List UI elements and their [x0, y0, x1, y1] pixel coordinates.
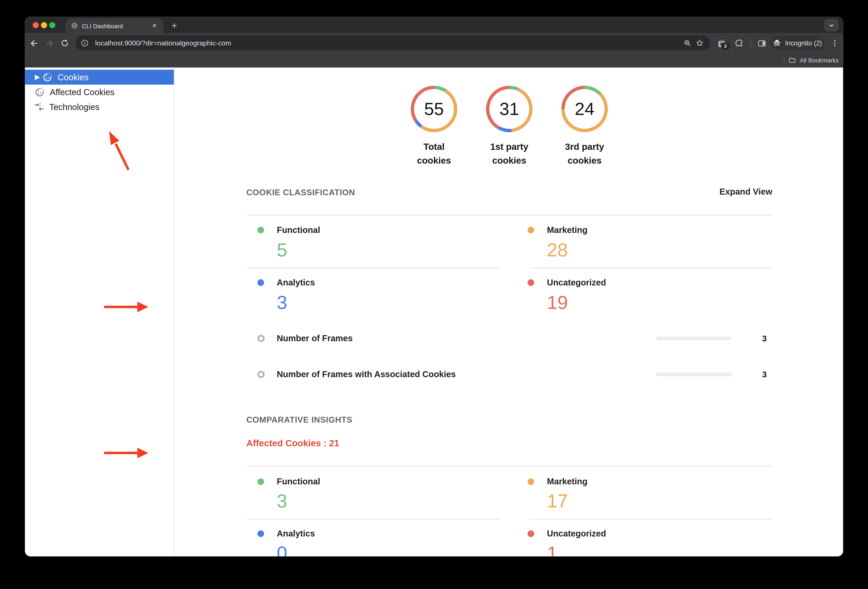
marketing-dot-icon: [527, 227, 534, 233]
metric-value: 3: [745, 370, 767, 379]
incognito-icon: [772, 38, 782, 47]
bookmark-star-icon[interactable]: [694, 37, 706, 49]
ring-icon: [257, 335, 264, 342]
metric-label: Number of Frames with Associated Cookies: [277, 370, 456, 379]
folder-icon: [788, 56, 796, 64]
back-arrow-icon: [29, 38, 38, 48]
address-bar[interactable]: localhost:9000/?dir=nationalgeographic-c…: [75, 35, 710, 50]
category-label: Analytics: [277, 278, 315, 288]
browser-tab[interactable]: CLI Dashboard ✕: [65, 18, 163, 33]
donut-caption: Totalcookies: [393, 140, 475, 168]
sidebar-item-label: Cookies: [58, 72, 89, 82]
category-value: 28: [547, 239, 568, 261]
donut-value: 31: [486, 86, 533, 132]
expand-triangle-icon[interactable]: [35, 75, 40, 80]
extension-badge: 2: [721, 43, 730, 50]
tab-list-chevron-button[interactable]: [824, 19, 839, 31]
browser-window: CLI Dashboard ✕ + localhos: [25, 16, 843, 556]
site-info-icon[interactable]: [78, 37, 91, 49]
content-area: Cookies Affected Cookies: [25, 68, 843, 556]
cookie-icon: [42, 72, 53, 82]
divider: [247, 466, 772, 467]
cookie-jar-extension-icon[interactable]: 2: [715, 37, 728, 49]
donut-caption: 1st partycookies: [468, 140, 551, 168]
uncategorized-dot-icon: [527, 530, 534, 537]
forward-button[interactable]: [43, 37, 56, 50]
back-button[interactable]: [27, 37, 40, 50]
window-zoom-button[interactable]: [49, 22, 55, 28]
reload-icon: [60, 39, 69, 47]
functional-dot-icon: [257, 479, 264, 485]
sidebar-item-label: Affected Cookies: [50, 87, 114, 97]
incognito-label: Incognito (2): [785, 39, 822, 47]
expand-view-button[interactable]: Expand View: [719, 187, 772, 197]
metric-label: Number of Frames: [277, 333, 353, 343]
analytics-dot-icon: [257, 279, 264, 286]
sidebar-item-technologies[interactable]: Technologies: [25, 99, 174, 114]
forward-arrow-icon: [44, 38, 54, 48]
category-label: Marketing: [547, 225, 588, 235]
metric-progress-bar: [656, 336, 732, 340]
affected-cookies-count: Affected Cookies : 21: [247, 438, 339, 449]
divider: [530, 268, 772, 269]
section-title-cookie-classification: COOKIE CLASSIFICATION: [247, 187, 355, 197]
new-tab-button[interactable]: +: [168, 19, 181, 33]
category-value: 5: [277, 239, 287, 261]
donut-caption: 3rd partycookies: [543, 140, 626, 168]
tab-close-icon[interactable]: ✕: [150, 21, 159, 30]
category-label: Functional: [277, 477, 320, 486]
category-value: 17: [547, 490, 568, 512]
sidebar-item-cookies[interactable]: Cookies: [25, 70, 174, 85]
extensions-puzzle-icon[interactable]: [732, 37, 745, 49]
donut-total-cookies: 55: [411, 86, 457, 132]
screenshot-stage: CLI Dashboard ✕ + localhos: [0, 0, 868, 589]
side-panel-icon[interactable]: [756, 37, 768, 49]
incognito-badge[interactable]: Incognito (2): [770, 36, 824, 50]
cookie-icon: [34, 87, 45, 97]
category-value: 3: [277, 292, 287, 313]
globe-favicon-icon: [71, 22, 78, 29]
donut-value: 55: [411, 86, 457, 132]
analytics-dot-icon: [257, 530, 264, 537]
functional-dot-icon: [257, 227, 264, 233]
uncategorized-dot-icon: [527, 279, 534, 286]
sidebar-item-affected-cookies[interactable]: Affected Cookies: [25, 85, 174, 99]
category-label: Uncategorized: [547, 278, 606, 288]
zoom-icon[interactable]: [682, 37, 694, 49]
category-label: Functional: [277, 225, 320, 235]
divider: [247, 519, 501, 520]
donut-value: 24: [561, 86, 608, 132]
category-value: 1: [547, 542, 557, 557]
sidebar: Cookies Affected Cookies: [25, 68, 174, 556]
browser-toolbar: localhost:9000/?dir=nationalgeographic-c…: [25, 33, 843, 53]
url-text: localhost:9000/?dir=nationalgeographic-c…: [95, 39, 682, 47]
category-value: 19: [547, 292, 568, 313]
bookmarks-separator: [784, 56, 784, 64]
divider: [530, 519, 772, 520]
all-bookmarks-button[interactable]: All Bookmarks: [800, 57, 839, 63]
tab-title: CLI Dashboard: [82, 22, 150, 29]
metric-progress-bar: [656, 373, 732, 376]
divider: [247, 215, 772, 216]
ring-icon: [257, 371, 264, 378]
category-value: 3: [277, 490, 287, 512]
donut-first-party-cookies: 31: [486, 86, 533, 132]
marketing-dot-icon: [527, 479, 534, 485]
chevron-down-icon: [828, 21, 835, 29]
browser-menu-kebab-icon[interactable]: [829, 37, 841, 50]
category-label: Analytics: [277, 529, 315, 539]
main-panel: 55 31 24 Totalcookies 1st partycookies 3…: [174, 68, 843, 556]
donut-third-party-cookies: 24: [561, 86, 608, 132]
category-label: Marketing: [547, 477, 588, 486]
technologies-icon: [34, 102, 44, 112]
category-value: 0: [277, 542, 287, 557]
toolbar-separator: [751, 39, 751, 47]
window-close-button[interactable]: [32, 22, 38, 28]
tab-strip: CLI Dashboard ✕ +: [25, 16, 843, 33]
metric-value: 3: [745, 334, 767, 343]
window-minimize-button[interactable]: [41, 22, 47, 28]
divider: [247, 268, 501, 269]
section-title-comparative-insights: COMPARATIVE INSIGHTS: [247, 415, 353, 424]
sidebar-item-label: Technologies: [49, 102, 99, 112]
reload-button[interactable]: [58, 37, 71, 50]
